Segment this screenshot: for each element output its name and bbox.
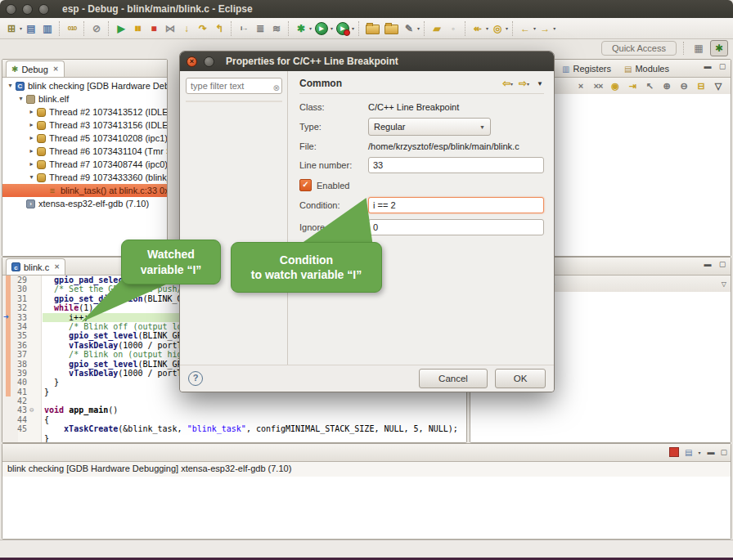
chevron-down-icon[interactable]: ▾ xyxy=(486,25,488,31)
line-number[interactable]: 33 xyxy=(9,313,27,322)
window-minimize-button[interactable] xyxy=(22,4,33,15)
line-number-input[interactable] xyxy=(368,157,544,173)
line-number[interactable]: 32 xyxy=(9,303,27,312)
tab-blink-c[interactable]: c blink.c ✕ xyxy=(6,258,65,275)
dialog-close-button[interactable]: × xyxy=(187,56,197,67)
chevron-down-icon[interactable]: ▾ xyxy=(20,25,22,31)
window-maximize-button[interactable] xyxy=(38,4,49,15)
console-output[interactable] xyxy=(2,477,731,539)
open-perspective-icon[interactable]: ▦ xyxy=(690,41,707,56)
debug-perspective-icon[interactable]: ✱ xyxy=(710,40,728,56)
close-icon[interactable]: ✕ xyxy=(53,65,59,73)
line-number[interactable]: 45 xyxy=(9,424,27,433)
line-number[interactable]: 40 xyxy=(9,378,27,387)
tab-modules[interactable]: ▤Modules xyxy=(618,60,676,77)
remove-all-icon[interactable]: ×× xyxy=(591,79,605,92)
terminate-console-icon[interactable] xyxy=(669,447,679,457)
forward-icon[interactable]: → xyxy=(537,21,552,36)
enabled-checkbox[interactable]: ✓ xyxy=(299,179,312,191)
maximize-view-icon[interactable]: ▢ xyxy=(717,62,727,70)
fold-icon[interactable]: ⊖ xyxy=(29,405,34,414)
debug-tree-item[interactable]: ▾blink.elf xyxy=(2,92,167,105)
highlight-icon[interactable]: ▰ xyxy=(429,21,444,36)
tree-expander-icon[interactable]: ▾ xyxy=(16,92,25,105)
step-into-icon[interactable]: ↓ xyxy=(179,21,194,36)
dialog-minimize-button[interactable] xyxy=(204,56,214,67)
view-menu-icon[interactable]: ▽ xyxy=(712,79,725,92)
chevron-down-icon[interactable]: ▾ xyxy=(553,25,555,31)
chevron-down-icon[interactable]: ▾ xyxy=(352,25,354,31)
condition-input[interactable] xyxy=(368,197,544,213)
debug-tree-item[interactable]: ▸Thread #6 1073431104 (Tmr Svc) (Suspend… xyxy=(2,145,167,158)
debug-tree-item[interactable]: ▸Thread #2 1073413512 (IDLE : Running) xyxy=(2,105,167,119)
minimize-view-icon[interactable]: ▬ xyxy=(703,62,713,70)
debug-tree-item[interactable]: ▸Thread #5 1073410208 (ipc1) (Suspended) xyxy=(2,132,167,145)
maximize-view-icon[interactable]: ▢ xyxy=(717,260,727,268)
chevron-down-icon[interactable]: ▾ xyxy=(417,25,420,31)
chevron-down-icon[interactable]: ▾ xyxy=(527,81,529,87)
forward-icon[interactable]: ⇨ xyxy=(519,78,527,89)
chevron-down-icon[interactable]: ▾ xyxy=(506,25,508,31)
filter-input[interactable] xyxy=(186,78,282,94)
type-dropdown[interactable]: Regular ▼ xyxy=(368,118,491,136)
terminate-icon[interactable]: ■ xyxy=(146,21,161,36)
dialog-titlebar[interactable]: × Properties for C/C++ Line Breakpoint xyxy=(180,52,554,71)
line-number[interactable]: 42 xyxy=(9,396,27,405)
tree-expander-icon[interactable]: ▸ xyxy=(27,119,36,132)
tree-expander-icon[interactable]: ▾ xyxy=(6,79,15,92)
suspend-icon[interactable]: ▮▮ xyxy=(130,21,145,36)
line-number[interactable]: 37 xyxy=(9,350,27,359)
debug-tree-item[interactable]: ▸Thread #7 1073408744 (ipc0) (Suspended) xyxy=(2,158,167,171)
import-folder-icon[interactable] xyxy=(384,25,398,34)
select-icon[interactable]: ↖ xyxy=(643,79,656,92)
instruction-stepping-icon[interactable]: i→ xyxy=(236,21,251,36)
debug-icon[interactable]: ✱ xyxy=(294,21,308,36)
tree-expander-icon[interactable]: ▾ xyxy=(27,171,36,184)
subtract-icon[interactable]: ⊖ xyxy=(677,79,690,92)
tree-expander-icon[interactable]: ▸ xyxy=(27,145,36,158)
line-number[interactable]: 39 xyxy=(9,369,27,378)
ok-button[interactable]: OK xyxy=(495,369,546,388)
line-number[interactable]: 44 xyxy=(9,415,27,424)
chevron-down-icon[interactable]: ▾ xyxy=(533,25,536,31)
line-number[interactable]: 29 xyxy=(9,276,27,284)
skip-all-breakpoints-icon[interactable]: ⊘ xyxy=(89,21,104,36)
last-edit-icon[interactable]: ↞ xyxy=(470,21,485,36)
window-close-button[interactable] xyxy=(6,4,16,15)
remove-icon[interactable]: × xyxy=(574,79,587,92)
line-number[interactable]: 41 xyxy=(9,388,27,396)
resume-icon[interactable]: ▶ xyxy=(114,21,128,36)
ignore-count-input[interactable] xyxy=(368,219,544,235)
collapse-all-icon[interactable]: ⊟ xyxy=(695,79,708,92)
binary-icon[interactable]: 010 xyxy=(65,21,79,36)
pin-icon[interactable]: ◎ xyxy=(490,21,505,36)
back-icon[interactable]: ⇦ xyxy=(502,78,510,89)
open-folder-icon[interactable] xyxy=(366,25,380,34)
tree-expander-icon[interactable]: ▸ xyxy=(27,158,36,171)
line-number[interactable]: 30 xyxy=(9,284,27,293)
close-icon[interactable]: ✕ xyxy=(54,263,60,271)
debug-tree-item[interactable]: ›xtensa-esp32-elf-gdb (7.10) xyxy=(2,197,167,210)
add-icon[interactable]: ⊕ xyxy=(660,79,673,92)
tab-registers[interactable]: ▥Registers xyxy=(555,60,618,77)
maximize-view-icon[interactable]: ▢ xyxy=(720,448,727,456)
step-return-icon[interactable]: ↰ xyxy=(212,21,227,36)
view-menu-icon[interactable]: ▽ xyxy=(722,280,726,288)
minimize-view-icon[interactable]: ▬ xyxy=(703,260,713,268)
line-number[interactable]: 35 xyxy=(9,331,27,340)
line-number[interactable]: 38 xyxy=(9,360,27,369)
save-icon[interactable]: ▤ xyxy=(24,21,38,36)
debug-tree-item[interactable]: ▾Thread #9 1073433360 (blink_task : xyxy=(2,171,167,184)
line-number[interactable]: 43 xyxy=(9,405,27,414)
chevron-down-icon[interactable]: ▾ xyxy=(309,25,312,31)
back-icon[interactable]: ← xyxy=(518,21,533,36)
tree-expander-icon[interactable]: ▸ xyxy=(27,105,36,119)
display-console-icon[interactable]: ▤ xyxy=(685,448,692,457)
quick-access-button[interactable]: Quick Access xyxy=(601,41,677,56)
debug-tree-item[interactable]: ▸Thread #3 1073413156 (IDLE) (Suspended) xyxy=(2,119,167,132)
tree-expander-icon[interactable]: ▸ xyxy=(27,132,36,145)
edit-icon[interactable]: ✎ xyxy=(402,21,416,36)
chevron-down-icon[interactable]: ▾ xyxy=(510,81,513,87)
debug-tree-item[interactable]: ▾Cblink checking [GDB Hardware Debugging… xyxy=(2,79,167,92)
chevron-down-icon[interactable]: ▾ xyxy=(698,450,700,455)
